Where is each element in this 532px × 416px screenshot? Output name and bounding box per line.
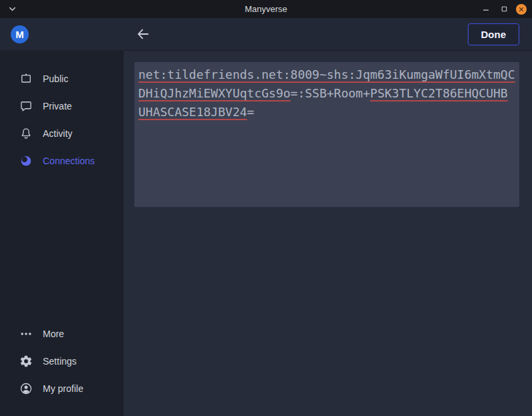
restore-button[interactable] xyxy=(498,3,510,15)
gear-icon xyxy=(19,355,33,368)
done-button[interactable]: Done xyxy=(468,23,520,45)
minimize-button[interactable] xyxy=(480,3,492,15)
logo-letter: M xyxy=(15,29,24,40)
message-bubble-icon xyxy=(19,99,33,113)
sidebar-item-connections[interactable]: Connections xyxy=(0,147,124,174)
sidebar-item-label: More xyxy=(43,329,64,339)
window-title: Manyverse xyxy=(245,4,287,14)
sidebar-bottom-nav: More Settings My profile xyxy=(0,320,124,402)
connections-icon xyxy=(19,154,33,168)
sidebar-item-label: Public xyxy=(43,73,68,84)
sidebar-item-label: Settings xyxy=(43,356,77,367)
sidebar-item-my-profile[interactable]: My profile xyxy=(0,375,124,402)
sidebar-nav: Public Private Activity xyxy=(0,51,124,174)
more-dots-icon xyxy=(19,327,33,341)
bulletin-board-icon xyxy=(19,72,33,85)
sidebar-item-more[interactable]: More xyxy=(0,320,124,347)
sidebar-item-settings[interactable]: Settings xyxy=(0,347,124,375)
app-header: M Done xyxy=(0,18,532,51)
person-icon xyxy=(19,382,33,395)
invite-text: net:tildefriends.net:8009~shs:Jqm63iKumg… xyxy=(138,65,515,122)
sidebar-item-label: Private xyxy=(43,101,72,112)
sidebar: Public Private Activity xyxy=(0,51,124,416)
window-titlebar[interactable]: Manyverse xyxy=(0,0,532,18)
sidebar-item-activity[interactable]: Activity xyxy=(0,120,124,147)
manyverse-logo: M xyxy=(11,25,29,43)
sidebar-item-label: My profile xyxy=(43,383,84,394)
window-controls xyxy=(480,0,527,18)
window-menu-chevron-icon[interactable] xyxy=(7,4,17,14)
sidebar-item-private[interactable]: Private xyxy=(0,92,124,120)
bell-icon xyxy=(19,127,33,140)
sidebar-item-label: Connections xyxy=(43,156,95,166)
sidebar-item-public[interactable]: Public xyxy=(0,65,124,92)
sidebar-item-label: Activity xyxy=(43,128,72,139)
back-button[interactable] xyxy=(134,25,152,43)
close-button[interactable] xyxy=(516,4,527,15)
invite-textarea[interactable]: net:tildefriends.net:8009~shs:Jqm63iKumg… xyxy=(134,62,519,207)
